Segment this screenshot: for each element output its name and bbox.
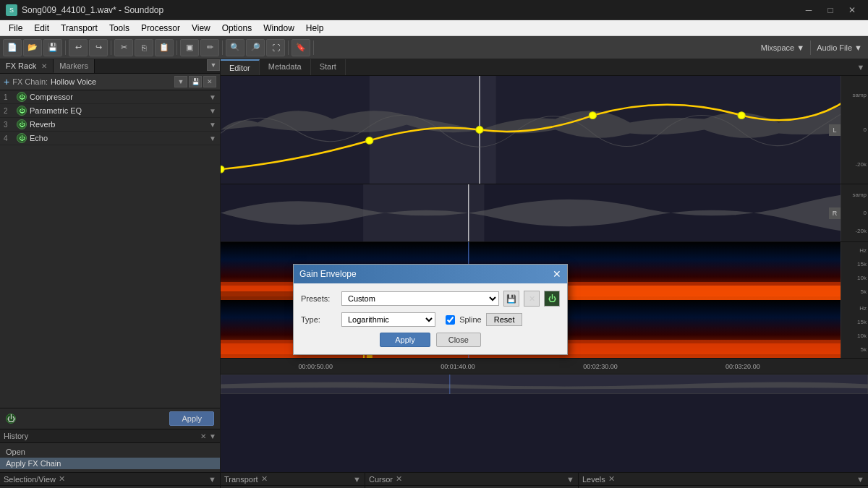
fx-expand-parametric-eq[interactable]: ▼: [209, 107, 216, 115]
history-item-open[interactable]: Open: [0, 446, 220, 458]
fx-item-echo[interactable]: 4 ⏻ Echo ▼: [0, 132, 220, 145]
history-expand[interactable]: ▼: [209, 432, 216, 440]
levels-expand[interactable]: ▼: [856, 475, 864, 484]
audiofile-label: Audio File ▼: [814, 43, 865, 52]
marker-button[interactable]: 🔖: [292, 39, 310, 56]
panel-expand-button[interactable]: ▼: [207, 59, 220, 71]
save-button[interactable]: 💾: [43, 39, 62, 56]
bottom-panels: Selection/View ✕ ▼ Start End Length Sele…: [0, 472, 868, 488]
preset-save-button[interactable]: 💾: [503, 291, 519, 307]
tab-metadata[interactable]: Metadata: [260, 59, 311, 75]
minimize-button[interactable]: ─: [799, 3, 819, 17]
dialog-apply-button[interactable]: Apply: [380, 333, 430, 347]
menu-edit[interactable]: Edit: [28, 20, 55, 36]
waveform-container[interactable]: samp 0 -20k L: [221, 76, 868, 472]
tab-start[interactable]: Start: [311, 59, 346, 75]
right-channel-button[interactable]: R: [829, 207, 841, 219]
envelope-point-2[interactable]: [366, 137, 373, 144]
envelope-point-5[interactable]: [738, 112, 745, 119]
type-dropdown[interactable]: Logarithmic Linear Exponential S-Curve: [341, 312, 435, 327]
add-fx-button[interactable]: +: [4, 76, 9, 87]
fx-power-reverb[interactable]: ⏻: [17, 119, 27, 129]
cursor-expand[interactable]: ▼: [566, 475, 574, 484]
undo-button[interactable]: ↩: [69, 39, 88, 56]
tab-fx-rack[interactable]: FX Rack ✕: [0, 59, 54, 73]
menu-view[interactable]: View: [186, 20, 216, 36]
mixspace-label: Mixspace ▼: [758, 43, 807, 52]
menu-help[interactable]: Help: [300, 20, 330, 36]
cursor-close[interactable]: ✕: [396, 474, 402, 484]
copy-button[interactable]: ⎘: [135, 39, 153, 56]
fx-power-parametric-eq[interactable]: ⏻: [17, 106, 27, 116]
selection-view-close[interactable]: ✕: [59, 474, 65, 484]
menu-file[interactable]: File: [3, 20, 28, 36]
fx-power-master[interactable]: ⏻: [6, 414, 16, 424]
presets-dropdown[interactable]: Custom Linear Fade In Linear Fade Out Ex…: [341, 291, 499, 306]
spline-checkbox[interactable]: [446, 315, 455, 325]
envelope-point-3[interactable]: [476, 127, 483, 134]
editor-expand[interactable]: ▼: [854, 59, 868, 75]
open-button[interactable]: 📂: [23, 39, 42, 56]
envelope-point-4[interactable]: [589, 112, 596, 119]
fx-chain-close[interactable]: ✕: [203, 76, 216, 87]
db-samp-bottom: samp: [843, 192, 867, 198]
mini-waveform-scrollbar[interactable]: [221, 374, 868, 394]
menu-options[interactable]: Options: [216, 20, 258, 36]
waveform-bottom[interactable]: samp 0 -20k R: [221, 184, 868, 242]
fx-rack-close[interactable]: ✕: [41, 62, 47, 70]
transport-expand[interactable]: ▼: [353, 475, 361, 484]
selection-view-expand[interactable]: ▼: [208, 475, 216, 484]
zoom-fit-button[interactable]: ⛶: [266, 39, 285, 56]
new-button[interactable]: 📄: [3, 39, 22, 56]
reset-button[interactable]: Reset: [486, 313, 523, 326]
history-close[interactable]: ✕: [200, 432, 206, 440]
envelope-point-1[interactable]: [221, 166, 224, 173]
draw-tool[interactable]: ✏: [200, 39, 219, 56]
fx-power-compressor[interactable]: ⏻: [17, 92, 27, 102]
tab-markers[interactable]: Markers: [54, 59, 95, 73]
apply-fx-button[interactable]: Apply: [169, 411, 214, 426]
mini-waveform-svg: [221, 374, 868, 394]
menu-tools[interactable]: Tools: [103, 20, 135, 36]
fx-item-parametric-eq[interactable]: 2 ⏻ Parametric EQ ▼: [0, 104, 220, 118]
cursor-panel: Cursor ✕ ▼ 00:01:07:15: [365, 473, 579, 488]
type-row: Type: Logarithmic Linear Exponential S-C…: [301, 312, 560, 327]
toolbar-separator-4: [222, 40, 223, 55]
close-button[interactable]: ✕: [842, 3, 862, 17]
maximize-button[interactable]: □: [820, 3, 841, 17]
zoom-in-button[interactable]: 🔍: [226, 39, 244, 56]
tab-editor[interactable]: Editor: [221, 59, 260, 75]
fx-expand-reverb[interactable]: ▼: [209, 121, 216, 129]
history-item-apply-fx[interactable]: Apply FX Chain: [0, 458, 220, 469]
fx-item-compressor[interactable]: 1 ⏻ Compressor ▼: [0, 90, 220, 104]
preset-delete-button[interactable]: ✕: [524, 291, 540, 307]
fx-expand-compressor[interactable]: ▼: [209, 93, 216, 101]
fx-chain-dropdown[interactable]: ▼: [174, 76, 187, 87]
dialog-close-cancel-button[interactable]: Close: [436, 333, 481, 347]
fx-chain-save[interactable]: 💾: [189, 76, 202, 87]
hz-5k: 5k: [843, 288, 867, 295]
transport-close[interactable]: ✕: [261, 474, 268, 484]
dialog-close-button[interactable]: ✕: [553, 268, 561, 280]
dialog-title-text: Gain Envelope: [299, 269, 357, 279]
zoom-out-button[interactable]: 🔎: [246, 39, 265, 56]
db-scale-bottom-wave: samp 0 -20k: [841, 184, 868, 241]
selection-view-title: Selection/View: [4, 475, 56, 484]
fx-item-reverb[interactable]: 3 ⏻ Reverb ▼: [0, 118, 220, 132]
menu-processor[interactable]: Processor: [135, 20, 186, 36]
redo-button[interactable]: ↪: [89, 39, 108, 56]
left-channel-button[interactable]: L: [829, 124, 841, 136]
preset-power-button[interactable]: ⏻: [544, 291, 560, 307]
menu-transport[interactable]: Transport: [55, 20, 103, 36]
fx-expand-echo[interactable]: ▼: [209, 134, 216, 142]
svg-rect-0: [370, 76, 496, 184]
hz-5k-2: 5k: [843, 346, 867, 353]
menu-window[interactable]: Window: [258, 20, 300, 36]
cut-button[interactable]: ✂: [114, 39, 133, 56]
levels-close[interactable]: ✕: [608, 474, 615, 484]
history-list: Open Apply FX Chain: [0, 443, 220, 472]
fx-power-echo[interactable]: ⏻: [17, 133, 27, 143]
paste-button[interactable]: 📋: [155, 39, 174, 56]
select-tool[interactable]: ▣: [180, 39, 199, 56]
waveform-top[interactable]: samp 0 -20k L: [221, 76, 868, 184]
